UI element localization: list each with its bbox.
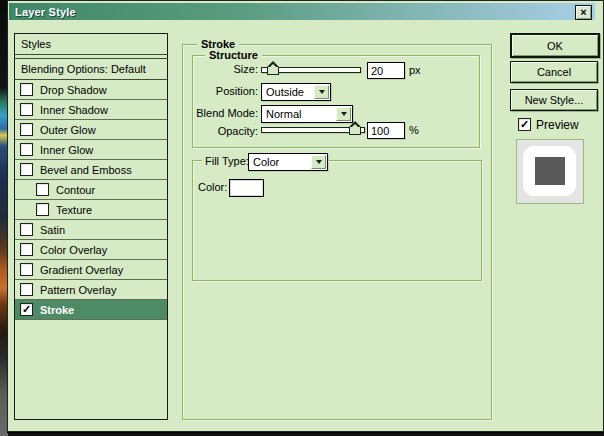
style-item-label: Stroke (40, 304, 74, 316)
style-item-outer-glow[interactable]: Outer Glow (15, 120, 167, 140)
size-slider-thumb[interactable] (267, 67, 279, 75)
preview-checkbox[interactable]: ✓ (518, 118, 531, 131)
opacity-slider-thumb[interactable] (349, 127, 361, 135)
style-item-pattern-overlay[interactable]: Pattern Overlay (15, 280, 167, 300)
blend-mode-dropdown[interactable]: Normal (261, 105, 353, 123)
style-item-label: Texture (56, 204, 92, 216)
blend-mode-value: Normal (266, 108, 301, 120)
preview-thumbnail (516, 139, 584, 204)
chevron-down-icon (319, 90, 325, 94)
preview-stroke-square (535, 157, 565, 185)
checkbox-icon[interactable] (20, 283, 33, 296)
style-item-inner-glow[interactable]: Inner Glow (15, 140, 167, 160)
opacity-unit: % (409, 124, 419, 136)
window-title: Layer Style (9, 6, 76, 18)
position-label: Position: (182, 85, 258, 97)
stroke-color-swatch[interactable] (229, 179, 264, 197)
opacity-label: Opacity: (182, 125, 258, 137)
checkbox-icon[interactable] (36, 183, 49, 196)
position-dropdown-button[interactable] (314, 85, 329, 99)
blend-mode-dropdown-button[interactable] (336, 107, 351, 121)
style-item-label: Gradient Overlay (40, 264, 123, 276)
checkbox-icon[interactable] (20, 143, 33, 156)
style-item-contour[interactable]: Contour (15, 180, 167, 200)
style-item-label: Pattern Overlay (40, 284, 116, 296)
style-item-bevel-and-emboss[interactable]: Bevel and Emboss (15, 160, 167, 180)
chevron-down-icon (316, 160, 322, 164)
new-style-button[interactable]: New Style... (510, 89, 598, 111)
fill-type-value: Color (253, 156, 279, 168)
style-item-label: Outer Glow (40, 124, 96, 136)
cancel-button[interactable]: Cancel (510, 61, 598, 83)
checkbox-icon[interactable] (20, 123, 33, 136)
blending-options-item[interactable]: Blending Options: Default (15, 59, 167, 80)
titlebar[interactable]: Layer Style × (9, 3, 595, 20)
preview-label: Preview (536, 118, 579, 132)
color-label: Color: (198, 181, 227, 193)
size-unit: px (409, 64, 421, 76)
styles-list-header: Styles (15, 34, 167, 55)
blend-mode-label: Blend Mode: (182, 107, 258, 119)
style-item-color-overlay[interactable]: Color Overlay (15, 240, 167, 260)
checkbox-icon[interactable] (20, 223, 33, 236)
opacity-input[interactable]: 100 (367, 122, 405, 139)
checkbox-icon[interactable]: ✓ (20, 303, 33, 316)
style-item-label: Inner Shadow (40, 104, 108, 116)
position-value: Outside (266, 86, 304, 98)
checkbox-icon[interactable] (20, 103, 33, 116)
style-item-drop-shadow[interactable]: Drop Shadow (15, 80, 167, 100)
size-label: Size: (182, 63, 258, 75)
position-dropdown[interactable]: Outside (261, 83, 331, 101)
structure-group-title: Structure (205, 48, 262, 62)
style-item-label: Drop Shadow (40, 84, 107, 96)
fill-type-dropdown[interactable]: Color (248, 153, 328, 171)
fill-type-label: Fill Type: (202, 155, 252, 167)
checkbox-icon[interactable] (20, 263, 33, 276)
size-input[interactable]: 20 (367, 62, 405, 79)
style-item-inner-shadow[interactable]: Inner Shadow (15, 100, 167, 120)
style-item-label: Bevel and Emboss (40, 164, 132, 176)
style-item-gradient-overlay[interactable]: Gradient Overlay (15, 260, 167, 280)
style-item-satin[interactable]: Satin (15, 220, 167, 240)
styles-list: Styles Blending Options: Default Drop Sh… (14, 33, 168, 420)
ok-button[interactable]: OK (510, 33, 600, 58)
checkbox-icon[interactable] (36, 203, 49, 216)
checkbox-icon[interactable] (20, 163, 33, 176)
style-item-label: Inner Glow (40, 144, 93, 156)
checkbox-icon[interactable] (20, 243, 33, 256)
opacity-slider[interactable] (261, 122, 365, 136)
chevron-down-icon (341, 112, 347, 116)
screen: Layer Style × Styles Blending Options: D… (0, 0, 604, 436)
close-icon: × (580, 7, 586, 18)
size-slider[interactable] (261, 62, 361, 76)
preview-shape (523, 146, 576, 196)
style-item-label: Contour (56, 184, 95, 196)
style-item-label: Color Overlay (40, 244, 107, 256)
close-button[interactable]: × (575, 5, 592, 20)
fill-type-dropdown-button[interactable] (311, 155, 326, 169)
style-item-stroke[interactable]: ✓Stroke (15, 300, 167, 320)
style-item-label: Satin (40, 224, 65, 236)
style-item-texture[interactable]: Texture (15, 200, 167, 220)
checkbox-icon[interactable] (20, 83, 33, 96)
styles-list-items: Drop ShadowInner ShadowOuter GlowInner G… (15, 80, 167, 320)
